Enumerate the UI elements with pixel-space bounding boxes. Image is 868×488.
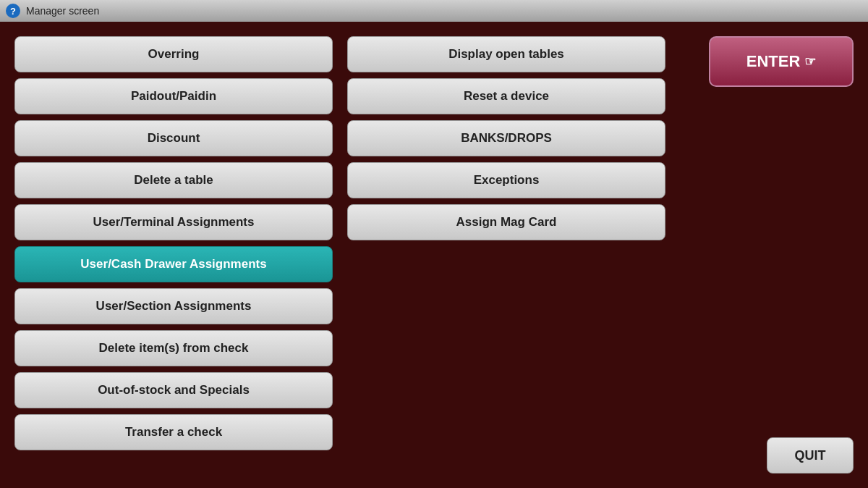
title-bar: ? Manager screen [0,0,868,22]
button-delete-table[interactable]: Delete a table [14,162,333,198]
button-display-open-tables[interactable]: Display open tables [347,36,665,72]
button-banks-drops[interactable]: BANKS/DROPS [347,120,665,156]
button-overring[interactable]: Overring [14,36,333,72]
bottom-right: QUIT [767,87,854,474]
left-column: Overring Paidout/Paidin Discount Delete … [14,36,333,474]
right-column: Display open tables Reset a device BANKS… [347,36,665,474]
action-area: ENTER ☞ QUIT [680,36,854,474]
button-assign-mag-card[interactable]: Assign Mag Card [347,204,665,240]
button-reset-device[interactable]: Reset a device [347,78,665,114]
button-user-section-assignments[interactable]: User/Section Assignments [14,288,333,324]
quit-label: QUIT [795,448,826,463]
button-paidout-paidin[interactable]: Paidout/Paidin [14,78,333,114]
button-transfer-check[interactable]: Transfer a check [14,414,333,450]
cursor-icon: ☞ [804,54,816,70]
enter-label: ENTER [746,52,801,71]
button-delete-items-check[interactable]: Delete item(s) from check [14,330,333,366]
button-user-terminal-assignments[interactable]: User/Terminal Assignments [14,204,333,240]
main-content: Overring Paidout/Paidin Discount Delete … [0,22,868,488]
title-bar-text: Manager screen [26,5,99,17]
button-user-cash-drawer-assignments[interactable]: User/Cash Drawer Assignments [14,246,333,282]
enter-button[interactable]: ENTER ☞ [709,36,854,87]
button-exceptions[interactable]: Exceptions [347,162,665,198]
button-out-of-stock-specials[interactable]: Out-of-stock and Specials [14,372,333,408]
quit-button[interactable]: QUIT [767,437,854,474]
help-icon[interactable]: ? [6,4,20,18]
button-discount[interactable]: Discount [14,120,333,156]
